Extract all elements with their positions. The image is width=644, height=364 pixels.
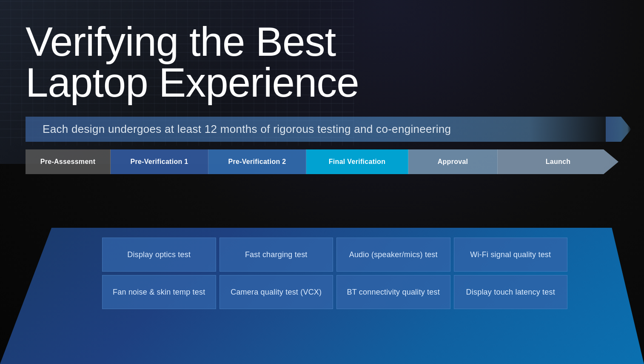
- test-camera-quality: Camera quality test (VCX): [219, 275, 333, 309]
- title-section: Verifying the Best Laptop Experience: [26, 13, 618, 103]
- tests-grid: Display optics test Fast charging test A…: [102, 238, 567, 309]
- stage-launch-label: Launch: [546, 158, 571, 166]
- test-display-touch-latency: Display touch latency test: [454, 275, 568, 309]
- test-display-optics-label: Display optics test: [127, 250, 191, 259]
- test-fan-noise: Fan noise & skin temp test: [102, 275, 216, 309]
- test-audio-label: Audio (speaker/mics) test: [349, 250, 438, 259]
- pipeline-section: Pre-Assessment Pre-Verification 1 Pre-Ve…: [26, 149, 618, 174]
- subtitle-text: Each design undergoes at least 12 months…: [43, 123, 451, 135]
- test-display-touch-latency-label: Display touch latency test: [466, 288, 555, 297]
- stage-pre-verification2[interactable]: Pre-Verification 2: [208, 149, 306, 174]
- stage-final-verification[interactable]: Final Verification: [306, 149, 408, 174]
- main-content: Verifying the Best Laptop Experience Eac…: [0, 0, 644, 364]
- stage-launch[interactable]: Launch: [498, 149, 618, 174]
- lower-section: Display optics test Fast charging test A…: [26, 174, 618, 351]
- test-fast-charging: Fast charging test: [219, 238, 333, 272]
- title-line2: Laptop Experience: [26, 60, 359, 105]
- test-bt-connectivity-label: BT connectivity quality test: [347, 288, 440, 297]
- stage-approval[interactable]: Approval: [408, 149, 498, 174]
- stage-pre-assessment[interactable]: Pre-Assessment: [26, 149, 111, 174]
- stage-pre-verification2-label: Pre-Verification 2: [228, 158, 286, 166]
- test-fan-noise-label: Fan noise & skin temp test: [113, 288, 205, 297]
- test-camera-quality-label: Camera quality test (VCX): [231, 288, 322, 297]
- stage-pre-verification1[interactable]: Pre-Verification 1: [111, 149, 208, 174]
- test-display-optics: Display optics test: [102, 238, 216, 272]
- tests-grid-container: Display optics test Fast charging test A…: [26, 238, 618, 309]
- test-wifi-signal-label: Wi-Fi signal quality test: [470, 250, 551, 259]
- stage-pre-assessment-label: Pre-Assessment: [40, 158, 96, 166]
- test-fast-charging-label: Fast charging test: [245, 250, 308, 259]
- test-wifi-signal: Wi-Fi signal quality test: [454, 238, 568, 272]
- title-line1: Verifying the Best: [26, 19, 336, 64]
- stage-approval-label: Approval: [438, 158, 468, 166]
- test-bt-connectivity: BT connectivity quality test: [336, 275, 450, 309]
- stage-final-verification-label: Final Verification: [329, 158, 385, 166]
- subtitle-banner: Each design undergoes at least 12 months…: [26, 117, 618, 142]
- test-audio: Audio (speaker/mics) test: [336, 238, 450, 272]
- main-title: Verifying the Best Laptop Experience: [26, 21, 618, 103]
- pipeline-stages: Pre-Assessment Pre-Verification 1 Pre-Ve…: [26, 149, 618, 174]
- stage-pre-verification1-label: Pre-Verification 1: [130, 158, 188, 166]
